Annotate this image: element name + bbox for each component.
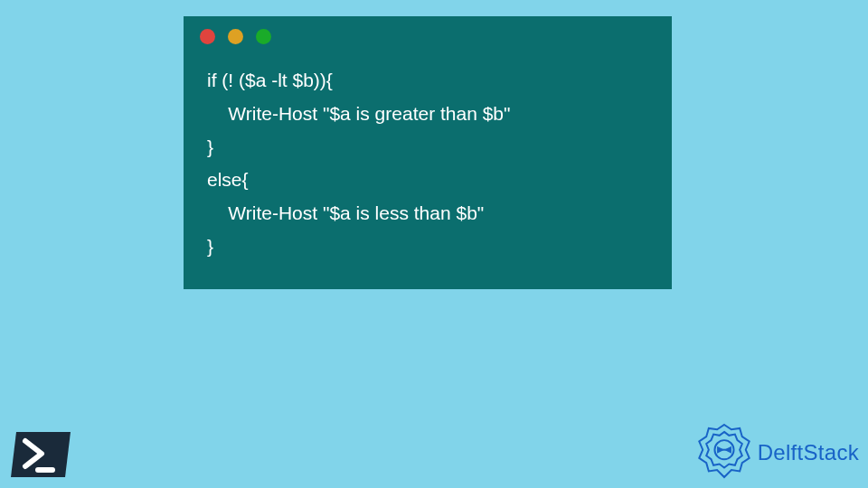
code-window: if (! ($a -lt $b)){ Write-Host "$a is gr… <box>184 16 672 289</box>
brand-name: DelftStack <box>758 440 859 465</box>
minimize-icon <box>228 29 243 44</box>
window-titlebar <box>184 16 672 50</box>
maximize-icon <box>256 29 271 44</box>
brand: DelftStack <box>694 421 859 484</box>
close-icon <box>200 29 215 44</box>
code-block: if (! ($a -lt $b)){ Write-Host "$a is gr… <box>184 50 672 267</box>
delftstack-logo-icon <box>694 421 754 484</box>
powershell-icon <box>9 430 72 479</box>
